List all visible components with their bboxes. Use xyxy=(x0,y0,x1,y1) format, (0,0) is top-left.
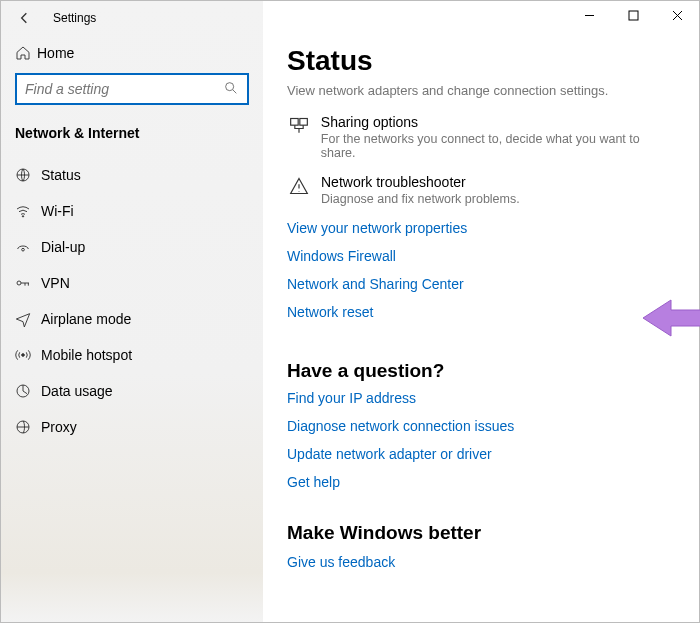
sharing-title: Sharing options xyxy=(321,114,675,130)
link-view-properties[interactable]: View your network properties xyxy=(287,220,675,236)
svg-rect-9 xyxy=(291,119,299,126)
back-button[interactable] xyxy=(11,4,39,32)
airplane-icon xyxy=(15,311,41,327)
sidebar-item-label: VPN xyxy=(41,275,70,291)
search-box[interactable] xyxy=(15,73,249,105)
share-icon xyxy=(287,114,311,136)
troubleshooter-title: Network troubleshooter xyxy=(321,174,520,190)
sidebar-item-label: Proxy xyxy=(41,419,77,435)
svg-rect-8 xyxy=(629,11,638,20)
sidebar-item-label: Mobile hotspot xyxy=(41,347,132,363)
link-find-ip[interactable]: Find your IP address xyxy=(287,390,675,406)
category-header: Network & Internet xyxy=(1,121,263,157)
sidebar-item-label: Status xyxy=(41,167,81,183)
sidebar-item-status[interactable]: Status xyxy=(1,157,263,193)
sharing-sub: For the networks you connect to, decide … xyxy=(321,132,675,160)
sidebar: Settings Home Network & Internet Status … xyxy=(1,1,263,622)
titlebar-left: Settings xyxy=(1,1,263,35)
better-header: Make Windows better xyxy=(287,522,675,544)
svg-point-4 xyxy=(17,281,21,285)
sidebar-item-vpn[interactable]: VPN xyxy=(1,265,263,301)
main-panel: Status View network adapters and change … xyxy=(263,1,699,622)
question-header: Have a question? xyxy=(287,360,675,382)
svg-point-2 xyxy=(22,216,23,217)
sidebar-item-label: Wi-Fi xyxy=(41,203,74,219)
sharing-options-row[interactable]: Sharing options For the networks you con… xyxy=(287,114,675,160)
arrow-left-icon xyxy=(17,10,33,26)
link-network-reset[interactable]: Network reset xyxy=(287,304,675,320)
sidebar-item-wifi[interactable]: Wi-Fi xyxy=(1,193,263,229)
search-icon xyxy=(223,80,239,99)
sidebar-item-datausage[interactable]: Data usage xyxy=(1,373,263,409)
sidebar-item-proxy[interactable]: Proxy xyxy=(1,409,263,445)
home-button[interactable]: Home xyxy=(1,35,263,73)
sidebar-item-label: Dial-up xyxy=(41,239,85,255)
link-windows-firewall[interactable]: Windows Firewall xyxy=(287,248,675,264)
svg-point-0 xyxy=(226,82,234,90)
home-label: Home xyxy=(37,45,74,61)
close-button[interactable] xyxy=(655,1,699,29)
svg-point-3 xyxy=(22,248,25,251)
warning-icon xyxy=(287,174,311,196)
proxy-icon xyxy=(15,419,41,435)
datausage-icon xyxy=(15,383,41,399)
search-input[interactable] xyxy=(25,81,223,97)
link-get-help[interactable]: Get help xyxy=(287,474,675,490)
vpn-icon xyxy=(15,275,41,291)
sidebar-item-label: Data usage xyxy=(41,383,113,399)
window-controls xyxy=(567,1,699,31)
troubleshooter-row[interactable]: Network troubleshooter Diagnose and fix … xyxy=(287,174,675,206)
svg-point-5 xyxy=(22,354,25,357)
link-network-sharing-center[interactable]: Network and Sharing Center xyxy=(287,276,675,292)
home-icon xyxy=(15,45,37,61)
link-update-adapter[interactable]: Update network adapter or driver xyxy=(287,446,675,462)
adapter-hint: View network adapters and change connect… xyxy=(287,83,675,98)
globe-icon xyxy=(15,167,41,183)
dialup-icon xyxy=(15,239,41,255)
sidebar-item-airplane[interactable]: Airplane mode xyxy=(1,301,263,337)
sidebar-item-dialup[interactable]: Dial-up xyxy=(1,229,263,265)
link-feedback[interactable]: Give us feedback xyxy=(287,554,675,570)
maximize-button[interactable] xyxy=(611,1,655,29)
sidebar-item-hotspot[interactable]: Mobile hotspot xyxy=(1,337,263,373)
sidebar-item-label: Airplane mode xyxy=(41,311,131,327)
svg-rect-10 xyxy=(300,119,308,126)
link-diagnose-issues[interactable]: Diagnose network connection issues xyxy=(287,418,675,434)
wifi-icon xyxy=(15,203,41,219)
app-title: Settings xyxy=(53,11,96,25)
minimize-button[interactable] xyxy=(567,1,611,29)
troubleshooter-sub: Diagnose and fix network problems. xyxy=(321,192,520,206)
hotspot-icon xyxy=(15,347,41,363)
